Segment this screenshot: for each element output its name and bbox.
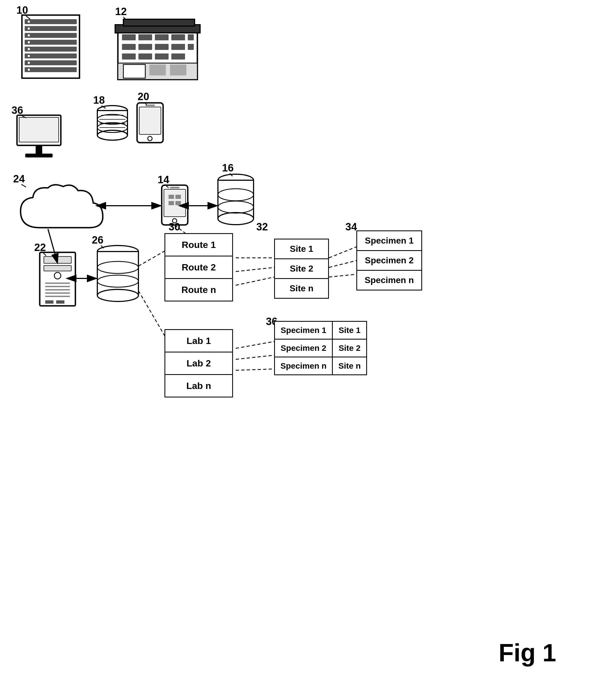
sites-box: Site 1 Site 2 Site n <box>274 239 329 298</box>
svg-line-108 <box>236 355 274 359</box>
specimen-1-row: Specimen 1 <box>356 230 422 251</box>
svg-rect-8 <box>25 67 77 72</box>
svg-rect-81 <box>45 286 70 287</box>
svg-rect-26 <box>122 44 136 50</box>
svg-rect-86 <box>56 300 64 304</box>
svg-point-12 <box>28 41 30 43</box>
svg-rect-71 <box>218 180 254 219</box>
svg-line-59 <box>145 102 147 105</box>
svg-rect-5 <box>25 47 77 52</box>
svg-point-88 <box>97 246 138 258</box>
lab-n-row: Lab n <box>164 374 233 397</box>
site-n-row: Site n <box>274 278 329 299</box>
svg-rect-80 <box>45 282 70 284</box>
svg-line-106 <box>329 274 356 277</box>
svg-point-79 <box>54 272 61 279</box>
svg-point-15 <box>28 62 30 64</box>
svg-line-69 <box>166 186 168 188</box>
specimen-n-row: Specimen n <box>356 270 422 291</box>
ref-label-24: 24 <box>13 173 25 185</box>
svg-line-54 <box>101 106 106 108</box>
svg-line-44 <box>22 116 26 118</box>
svg-rect-65 <box>168 195 174 199</box>
svg-point-48 <box>97 114 128 124</box>
svg-point-92 <box>97 275 138 287</box>
svg-rect-40 <box>17 115 61 145</box>
svg-rect-4 <box>25 40 77 45</box>
svg-rect-27 <box>138 44 152 50</box>
lab-2-row: Lab 2 <box>164 352 233 375</box>
svg-point-49 <box>97 122 128 132</box>
svg-line-102 <box>236 267 274 272</box>
svg-point-47 <box>97 130 128 140</box>
svg-rect-89 <box>97 251 138 295</box>
svg-line-105 <box>329 261 356 267</box>
svg-point-10 <box>28 27 30 30</box>
svg-line-60 <box>21 184 26 187</box>
specimen-2-row: Specimen 2 <box>356 250 422 271</box>
svg-rect-21 <box>122 34 136 40</box>
svg-point-73 <box>218 189 254 201</box>
svg-point-63 <box>173 219 177 223</box>
svg-rect-33 <box>155 54 168 59</box>
svg-rect-43 <box>25 154 53 158</box>
svg-line-104 <box>329 247 356 258</box>
svg-rect-62 <box>164 189 185 217</box>
specimen-1-cell: Specimen 1 <box>275 321 332 339</box>
specimens-box: Specimen 1 Specimen 2 Specimen n <box>356 230 422 290</box>
labs-box: Lab 1 Lab 2 Lab n <box>164 329 233 397</box>
ref-label-26: 26 <box>92 234 103 246</box>
svg-point-45 <box>97 106 128 116</box>
svg-line-99 <box>138 291 167 340</box>
svg-rect-61 <box>162 185 188 225</box>
ref-label-30: 30 <box>168 221 180 233</box>
svg-rect-18 <box>118 30 197 79</box>
ref-label-12: 12 <box>115 6 126 17</box>
svg-point-70 <box>218 174 254 186</box>
ref-label-34: 34 <box>345 221 357 233</box>
spec-site-row-1: Specimen 1 Site 1 <box>275 321 367 339</box>
ref-label-18: 18 <box>93 94 105 106</box>
svg-rect-83 <box>45 292 70 294</box>
svg-line-107 <box>236 341 274 348</box>
spec-site-combined-box: Specimen 1 Site 1 Specimen 2 Site 2 Spec… <box>274 321 367 375</box>
routes-box: Route 1 Route 2 Route n <box>164 233 233 301</box>
svg-rect-31 <box>122 54 136 59</box>
svg-point-91 <box>97 261 138 274</box>
ref-label-22: 22 <box>34 242 46 253</box>
ref-label-32: 32 <box>256 221 268 233</box>
svg-rect-56 <box>139 107 161 134</box>
site-1-cell: Site 1 <box>332 321 367 339</box>
ref-label-16: 16 <box>222 162 234 174</box>
svg-point-9 <box>28 20 30 23</box>
svg-rect-24 <box>171 34 185 40</box>
svg-rect-84 <box>45 296 70 297</box>
ref-label-20: 20 <box>138 91 149 102</box>
svg-rect-32 <box>138 54 152 59</box>
svg-rect-41 <box>19 117 59 142</box>
svg-line-17 <box>26 16 30 19</box>
svg-rect-23 <box>155 34 168 40</box>
site-2-cell: Site 2 <box>332 339 367 357</box>
svg-point-90 <box>97 289 138 302</box>
svg-point-14 <box>28 55 30 57</box>
svg-rect-78 <box>44 265 71 271</box>
svg-point-57 <box>148 136 152 141</box>
svg-rect-7 <box>25 60 77 65</box>
svg-rect-35 <box>118 63 197 79</box>
svg-rect-0 <box>22 15 79 78</box>
svg-point-11 <box>28 34 30 37</box>
svg-line-87 <box>43 253 46 256</box>
svg-rect-85 <box>45 300 54 304</box>
svg-line-39 <box>123 17 126 20</box>
svg-line-93 <box>101 246 104 248</box>
svg-point-74 <box>218 201 254 213</box>
svg-line-103 <box>236 277 274 285</box>
svg-rect-64 <box>170 187 180 188</box>
specimen-n-cell: Specimen n <box>275 357 332 375</box>
route-1-row: Route 1 <box>164 233 233 257</box>
svg-rect-30 <box>188 44 194 50</box>
svg-rect-38 <box>170 64 187 75</box>
lab-1-row: Lab 1 <box>164 329 233 352</box>
svg-rect-22 <box>138 34 152 40</box>
